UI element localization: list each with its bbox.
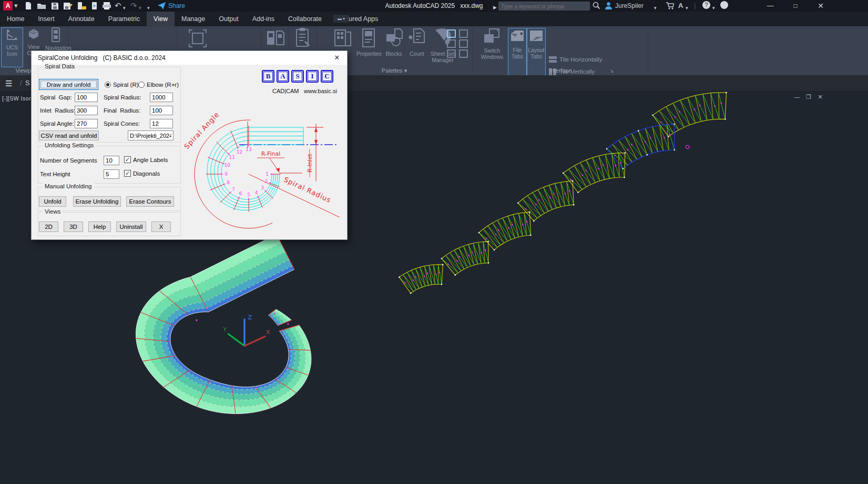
breadcrumb[interactable]: S [25,79,30,87]
tab-add-ins[interactable]: Add-ins [246,12,281,26]
search-icon[interactable] [593,2,600,9]
visual-styles-icon[interactable] [447,49,456,58]
views-x-button[interactable]: X [151,221,171,232]
tab-insert[interactable]: Insert [31,12,61,26]
field-input-3[interactable] [150,106,173,115]
search-input[interactable] [499,2,594,10]
tab-manage[interactable]: Manage [175,12,212,26]
erase-contours-button[interactable]: Erase Contours [126,196,174,207]
radio-spiral[interactable] [105,82,111,88]
angle-labels-label[interactable]: Angle Labels [133,157,168,163]
field-label-0: Spiral Gap: [40,94,72,100]
hamburger-menu-icon[interactable]: ☰ [5,79,12,88]
segments-input[interactable] [104,156,119,165]
clipboard-icon[interactable] [459,49,468,58]
interface-dialog-launcher-icon[interactable]: ↘ [610,68,614,74]
tab-collaborate[interactable]: Collaborate [281,12,329,26]
view-cube-icon [27,27,40,41]
search-expand-icon[interactable]: ▶ [493,3,497,12]
tool-palettes-icon [334,28,352,48]
csv-read-button[interactable]: CSV read and unfold [39,130,99,140]
field-input-4[interactable] [75,119,98,128]
svg-text:10: 10 [224,163,231,168]
logo-site-label[interactable]: www.basic.si [304,88,337,94]
dialog-title: SpiralCone Unfolding (C) BASIC d.o.o. 20… [32,51,347,65]
field-input-1[interactable] [150,93,173,102]
erase-unfolding-button[interactable]: Erase Unfolding [73,196,121,207]
spiral-preview-diagram: 12345678910111213R-InletR-FinalSpiral An… [180,103,344,237]
ucs-icon-label: UCS Icon [6,44,18,57]
user-avatar-icon[interactable] [605,2,612,9]
title-bar: A ▾ ↶ ▾ ↷ ▾ ▾ Share Autodesk AutoCAD 202… [0,0,868,12]
svg-text:2: 2 [264,179,268,184]
layer-states-icon[interactable] [459,29,468,38]
minimize-button[interactable]: — [762,0,778,12]
text-height-input[interactable] [104,169,119,179]
group-manual-unfolding-legend: Manual Unfolding [43,183,94,189]
tab-annotate[interactable]: Annotate [62,12,101,26]
svg-text:3: 3 [261,185,264,190]
views-2d-button[interactable]: 2D [39,221,58,232]
radio-elbow[interactable] [138,82,145,88]
field-label-4: Spiral Angle: [40,120,74,127]
diagonals-label[interactable]: Diagonals [133,170,160,177]
logo-letter-C: C [321,70,333,83]
autodesk-a-icon[interactable]: A [678,1,683,11]
tile-horizontally-button[interactable]: Tile Horizontally [559,56,602,63]
field-label-1: Spiral Radius: [104,94,141,100]
svg-text:R-Final: R-Final [261,150,281,157]
svg-text:R-Inlet: R-Inlet [307,154,313,173]
help-icon[interactable]: ? [702,1,710,9]
layout-tabs-icon [529,28,544,44]
window-title: Autodesk AutoCAD 2025 xxx.dwg [0,0,868,12]
svg-text:7: 7 [232,187,235,192]
diagonals-checkbox[interactable]: ✓ [124,170,131,177]
properties-icon [362,28,375,48]
spiralcone-dialog: SpiralCone Unfolding (C) BASIC d.o.o. 20… [31,51,348,240]
switch-windows-icon [483,28,501,45]
switch-windows-label: Switch Windows [481,47,504,60]
close-button[interactable]: ✕ [813,0,829,12]
command-line-icon[interactable] [447,29,456,38]
ucs-axes-indicator: ZYX [222,314,270,346]
ribbon-display-toggle[interactable]: ▬ ▾ [333,15,349,23]
svg-text:X: X [266,328,270,336]
csv-path-input[interactable] [128,130,173,140]
tab-parametric[interactable]: Parametric [101,12,147,26]
health-status-icon[interactable] [720,1,728,9]
tab-home[interactable]: Home [0,12,31,26]
svg-text:8: 8 [227,180,230,185]
spiral-cone-3d-model[interactable] [136,234,311,414]
views-uninstall-button[interactable]: Uninstall [116,221,146,232]
views-3d-button[interactable]: 3D [64,221,83,232]
svg-text:1: 1 [265,172,269,177]
panel-separator [648,27,648,74]
unfold-button[interactable]: Unfold [39,196,66,207]
ucs-icon-button[interactable]: UCS Icon [1,27,23,67]
field-input-5[interactable] [150,119,173,128]
draw-and-unfold-button[interactable]: Draw and unfold [39,79,98,90]
logo-letter-I: I [306,70,319,83]
radio-spiral-label[interactable]: Spiral (R) [113,82,139,88]
panel-label-interface[interactable]: Interface [473,67,648,74]
field-input-2[interactable] [75,106,98,115]
svg-text:12: 12 [237,149,242,155]
angle-labels-checkbox[interactable]: ✓ [124,156,131,163]
dialog-close-icon[interactable]: ✕ [332,53,342,63]
calculator-icon[interactable] [459,39,468,48]
radio-elbow-label[interactable]: Elbow (R+r) [147,82,179,88]
svg-text:6: 6 [239,191,242,196]
search-field-wrap [498,2,590,11]
views-help-button[interactable]: Help [88,221,111,232]
field-input-0[interactable] [75,93,98,102]
unfolded-segment-6[interactable] [440,237,496,278]
tab-output[interactable]: Output [212,12,246,26]
unfolded-segment-7[interactable] [397,261,448,296]
palettes-chevron-icon: ▾ [404,67,407,74]
cart-icon[interactable] [666,2,674,9]
user-name[interactable]: JureSpiler [615,1,644,11]
tab-view[interactable]: View [147,12,175,26]
logo-letter-S: S [291,70,304,83]
markup-icon[interactable] [447,39,456,48]
maximize-button[interactable]: □ [788,0,803,12]
